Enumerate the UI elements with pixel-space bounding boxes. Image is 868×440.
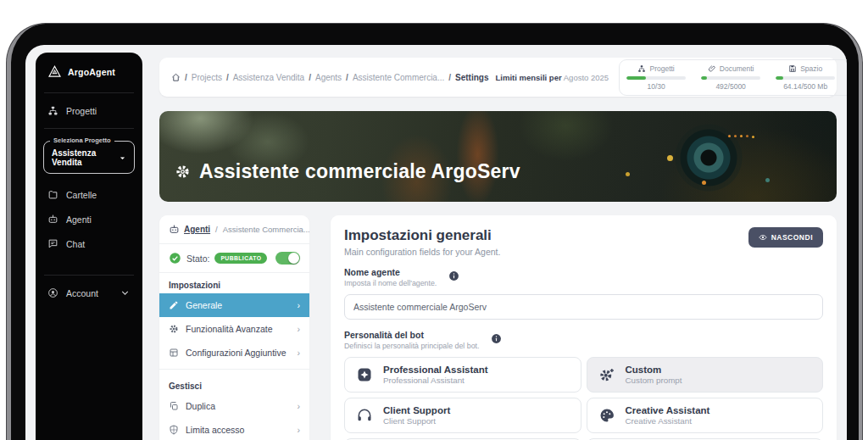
agent-name-input[interactable] [344,294,823,320]
personality-card-client-support[interactable]: Client SupportClient Support [344,398,581,433]
personality-subtitle: Client Support [383,416,450,426]
menu-item-label: Funzionalità Avanzate [186,324,291,334]
personality-grid: Professional AssistantProfessional Assis… [344,357,823,440]
menu-item-limita-accesso[interactable]: Limita accesso › [159,418,309,440]
chevron-right-icon: › [298,425,301,435]
stat-value: 10/30 [647,82,665,91]
name-field-hint: Imposta il nome dell'agente. [344,279,437,287]
shield-icon [169,425,179,435]
sidebar-item-chat[interactable]: Chat [36,231,142,256]
section-title-gestisci: Gestisci [159,374,309,394]
toggle-knob [288,253,299,264]
agent-status-row: Stato: PUBBLICATO [159,244,309,273]
stat-documenti: Documenti 492/5000 [701,64,760,91]
breadcrumb: Projects Assistenza Vendita Agents Assis… [171,73,489,82]
progress-fill [776,76,783,80]
stat-value: 64.14/500 Mb [783,82,827,91]
robot-icon [169,224,180,235]
progress-track [701,76,760,80]
hide-button-label: NASCONDI [771,233,813,242]
chevron-right-icon: › [298,401,301,411]
progress-track [626,76,686,80]
personality-title: Custom [626,365,682,375]
agent-breadcrumb: Agenti / Assistente Commercia... [159,215,309,244]
gear-plus-icon [598,365,616,384]
info-icon[interactable] [491,333,502,344]
sidebar-item-progetti[interactable]: Progetti [36,98,142,123]
tablet-device-frame: ArgoAgent Progetti Seleziona Progetto As… [7,24,862,440]
sidebar: ArgoAgent Progetti Seleziona Progetto As… [36,53,142,440]
stat-spazio: Spazio 64.14/500 Mb [776,64,835,91]
sidebar-item-account[interactable]: Account [36,281,142,305]
project-select[interactable]: Seleziona Progetto Assistenza Vendita [43,141,135,174]
page-title: Impostazioni generali [344,227,748,244]
app-screen: ArgoAgent Progetti Seleziona Progetto As… [25,45,847,440]
folder-icon [47,189,58,200]
personality-title: Creative Assistant [626,405,710,415]
user-circle-icon [47,287,58,298]
home-icon[interactable] [171,73,181,82]
menu-item-configurazioni-aggiuntive[interactable]: Configurazioni Aggiuntive › [159,341,309,365]
hide-button[interactable]: NASCONDI [748,227,823,248]
stat-value: 492/5000 [715,82,745,91]
hero-eye-graphic [650,116,767,198]
publish-toggle[interactable] [275,252,300,265]
menu-item-label: Configurazioni Aggiuntive [186,348,291,358]
menu-item-label: Generale [186,300,291,310]
content-area: Projects Assistenza Vendita Agents Assis… [159,58,837,440]
paperclip-icon [708,64,716,73]
status-label: Stato: [186,253,209,264]
topbar: Projects Assistenza Vendita Agents Assis… [159,58,837,97]
project-select-label: Seleziona Progetto [50,136,114,144]
caret-down-icon [119,154,126,162]
badge-star-icon [355,365,374,384]
personality-title: Professional Assistant [383,365,488,375]
usage-stats-box: Progetti 10/30 Documenti 492/5000 [619,59,847,96]
progress-fill [626,76,646,80]
brand-name: ArgoAgent [68,67,115,77]
breadcrumb-item[interactable]: Projects [181,73,222,82]
menu-item-funzionalita-avanzate[interactable]: Funzionalità Avanzate › [159,317,309,341]
breadcrumb-item-current: Settings [444,73,488,82]
gear-icon [175,164,191,180]
personality-card-creative-assistant[interactable]: Creative AssistantCreative Assistant [587,398,824,433]
projects-icon [637,64,646,73]
personality-card-professional-assistant[interactable]: Professional AssistantProfessional Assis… [344,357,581,393]
copy-icon [169,401,179,411]
page-subtitle: Main configuration fields for your Agent… [344,247,748,257]
menu-item-generale[interactable]: Generale › [159,293,309,317]
personality-subtitle: Professional Assistant [383,376,488,385]
agent-menu-card: Agenti / Assistente Commercia... Stato: … [159,215,309,440]
breadcrumb-item[interactable]: Assistente Commercia... [342,73,444,82]
stat-label: Documenti [720,64,754,73]
personality-subtitle: Custom prompt [626,376,682,385]
personality-card-custom[interactable]: CustomCustom prompt [587,357,824,393]
limits-period-text: Agosto 2025 [564,73,609,82]
hero-bokeh-dots [728,135,731,137]
personality-label: Personalità del bot [344,330,479,340]
sidebar-item-label: Cartelle [66,190,131,200]
progress-fill [701,76,707,80]
gear-icon [169,324,179,334]
agents-link[interactable]: Agenti [184,225,210,234]
sidebar-item-cartelle[interactable]: Cartelle [36,182,142,207]
personality-title: Client Support [383,405,450,415]
progress-track [776,76,835,80]
check-circle-icon [169,252,181,265]
hero-title-row: Assistente commerciale ArgoServ [175,160,520,183]
monthly-limits-label: Limiti mensili per Agosto 2025 [496,73,609,82]
stat-label: Progetti [649,64,674,73]
breadcrumb-item[interactable]: Agents [304,73,342,82]
brand: ArgoAgent [36,53,142,87]
menu-item-duplica[interactable]: Duplica › [159,394,309,418]
breadcrumb-item[interactable]: Assistenza Vendita [222,73,304,82]
divider [44,275,134,276]
divider [159,369,309,370]
current-agent-name: Assistente Commercia... [223,225,309,234]
chevron-right-icon: › [298,348,301,358]
chevron-down-icon [120,287,131,298]
sidebar-item-agenti[interactable]: Agenti [36,207,142,231]
divider [44,128,134,129]
info-icon[interactable] [448,270,459,281]
projects-icon [47,105,58,116]
